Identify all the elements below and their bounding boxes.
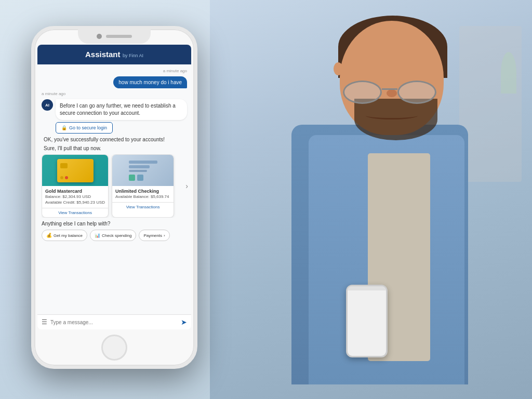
scene: Assistant by Finn AI a minute ago how mu… — [0, 0, 532, 399]
glasses-left-lens — [343, 81, 382, 104]
checking-card-info: Unlimited Checking Available Balance: $5… — [112, 186, 174, 202]
balance-icon: 💰 — [46, 233, 52, 238]
card-dot-2 — [65, 176, 68, 179]
gold-card-credit: Available Credit: $5,940.23 USD — [45, 200, 105, 205]
check-line-1 — [129, 161, 157, 164]
stamp-2 — [137, 175, 143, 181]
payments-label: Payments — [143, 233, 162, 238]
gold-card-info: Gold Mastercard Balance: $2,304.93 USD A… — [42, 186, 108, 208]
help-text: Anything else I can help with? — [42, 221, 187, 227]
spending-icon: 📊 — [95, 233, 100, 238]
phone-mockup: Assistant by Finn AI a minute ago how mu… — [31, 26, 197, 369]
bot-timestamp: a minute ago — [42, 91, 187, 96]
pulling-message: Sure, I'll pull that up now. — [42, 145, 187, 151]
glasses-right-lens — [397, 81, 436, 104]
bot-text-1: Before I can go any further, we need to … — [56, 99, 187, 120]
phone-camera — [97, 34, 102, 39]
send-icon[interactable]: ➤ — [181, 318, 187, 326]
user-message: how much money do i have — [113, 76, 187, 88]
bot-message-content: Before I can go any further, we need to … — [56, 99, 187, 134]
account-cards-container: Gold Mastercard Balance: $2,304.93 USD A… — [42, 154, 187, 218]
secure-login-button[interactable]: 🔒 Go to secure login — [56, 122, 113, 134]
credit-card-visual — [57, 159, 94, 182]
gold-card-transactions-link[interactable]: View Transactions — [42, 208, 108, 217]
user-timestamp: a minute ago — [42, 69, 187, 73]
checking-visual — [126, 158, 160, 183]
app-title: Assistant by Finn AI — [45, 50, 183, 59]
gold-card-title: Gold Mastercard — [45, 189, 105, 194]
assistant-subtitle: by Finn AI — [123, 53, 143, 58]
gold-card-image — [42, 155, 108, 186]
check-spending-label: Check spending — [102, 233, 131, 238]
bg-plant — [501, 52, 516, 94]
phone-in-hand — [346, 285, 388, 357]
in-hand-phone-top — [348, 286, 386, 290]
checking-card-transactions-link[interactable]: View Transactions — [112, 202, 174, 211]
stamp-1 — [129, 175, 135, 181]
background-person — [210, 0, 532, 399]
chat-area: a minute ago how much money do i have a … — [37, 64, 191, 314]
more-actions-arrow: › — [164, 233, 165, 238]
glasses-bridge — [382, 88, 397, 90]
phone-speaker — [106, 35, 132, 38]
bot-avatar: AI — [42, 99, 53, 111]
gold-mastercard-card: Gold Mastercard Balance: $2,304.93 USD A… — [42, 154, 109, 218]
account-cards: Gold Mastercard Balance: $2,304.93 USD A… — [42, 154, 187, 218]
checking-card-title: Unlimited Checking — [115, 189, 170, 194]
secure-login-label: Go to secure login — [69, 125, 107, 130]
more-cards-arrow[interactable]: › — [185, 182, 188, 190]
bg-shelf — [459, 26, 522, 182]
phone-home-button[interactable] — [101, 335, 127, 361]
card-chip — [60, 163, 68, 168]
phone-notch — [78, 29, 151, 44]
menu-icon[interactable]: ☰ — [42, 318, 47, 326]
glasses — [343, 81, 436, 104]
card-dot-1 — [60, 176, 63, 179]
person-beard — [354, 99, 437, 140]
quick-actions: 💰 Get my balance 📊 Check spending Paymen… — [42, 230, 187, 242]
get-balance-label: Get my balance — [54, 233, 83, 238]
person-ear — [334, 62, 343, 75]
check-line-3 — [129, 170, 147, 172]
check-spending-button[interactable]: 📊 Check spending — [90, 230, 136, 241]
checking-card-image — [112, 155, 174, 186]
app-header: Assistant by Finn AI — [37, 45, 191, 64]
checking-card-balance: Available Balance: $5,639.74 — [115, 194, 170, 200]
success-message: OK, you've successfully connected to you… — [42, 137, 187, 142]
card-brand-dots — [60, 176, 68, 179]
check-line-2 — [129, 165, 150, 168]
get-balance-button[interactable]: 💰 Get my balance — [42, 230, 87, 241]
payments-button[interactable]: Payments › — [139, 230, 169, 241]
gold-card-balance: Balance: $2,304.93 USD — [45, 194, 105, 200]
phone-screen: Assistant by Finn AI a minute ago how mu… — [37, 45, 191, 329]
input-area: ☰ ➤ — [37, 314, 191, 329]
bot-message-1: AI Before I can go any further, we need … — [42, 99, 187, 134]
lock-icon: 🔒 — [61, 125, 67, 130]
checking-card: Unlimited Checking Available Balance: $5… — [112, 154, 174, 218]
check-stamps — [129, 175, 143, 181]
message-input[interactable] — [50, 320, 178, 325]
assistant-title: Assistant — [85, 50, 121, 59]
